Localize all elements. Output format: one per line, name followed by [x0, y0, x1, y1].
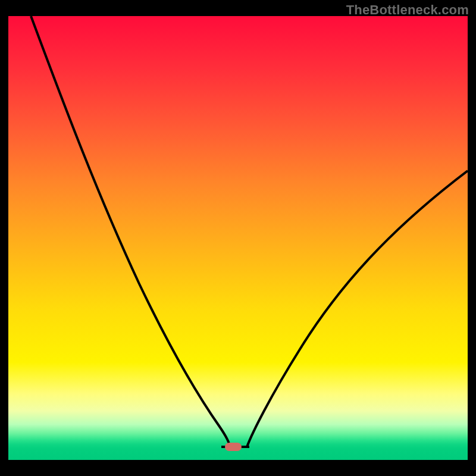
plot-area — [8, 16, 468, 460]
curve-left — [31, 16, 230, 447]
watermark-text: TheBottleneck.com — [346, 2, 469, 18]
chart-frame: TheBottleneck.com — [0, 0, 476, 476]
curve-right — [247, 171, 468, 447]
bottleneck-marker — [225, 443, 242, 451]
bottleneck-curves — [8, 16, 468, 460]
